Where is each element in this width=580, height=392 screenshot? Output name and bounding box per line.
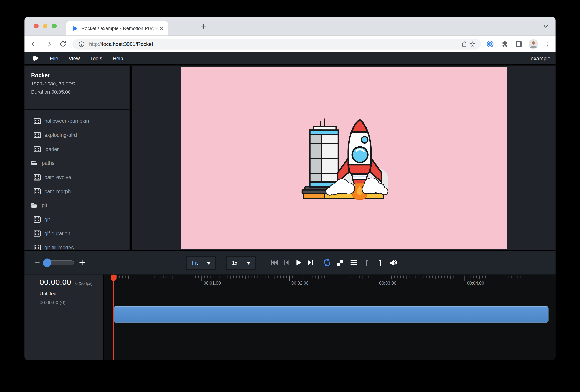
remotion-logo-icon[interactable]	[33, 55, 39, 61]
skip-to-start-button[interactable]	[270, 258, 279, 267]
composition-item-path-evolve[interactable]: path-evolve	[24, 170, 130, 184]
folder-open-icon	[30, 201, 38, 209]
timeline-rows-icon[interactable]	[349, 258, 358, 267]
in-point-bracket-icon[interactable]: [	[362, 258, 372, 267]
ruler-frame-tick	[514, 276, 515, 278]
composition-item-halloween-pumpkin[interactable]: halloween-pumpkin	[24, 114, 130, 128]
extensions-puzzle-icon[interactable]	[500, 39, 509, 49]
menu-item-tools[interactable]: Tools	[85, 55, 107, 61]
loop-toggle-icon[interactable]	[322, 258, 331, 267]
composition-item-gif[interactable]: gif	[24, 212, 130, 227]
composition-item-gif-duration[interactable]: gif-duration	[24, 227, 130, 241]
zoom-out-icon[interactable]	[34, 260, 40, 265]
ruler-frame-tick	[216, 276, 216, 279]
playhead-pin[interactable]	[110, 274, 117, 282]
ruler-frame-tick	[198, 276, 199, 278]
composition-item-exploding-bird[interactable]: exploding-bird	[24, 128, 130, 142]
ruler-frame-tick	[140, 276, 140, 278]
browser-window: Rocket / example - Remotion Preview	[24, 17, 556, 361]
ruler-frame-tick	[157, 276, 158, 279]
url-text[interactable]: http://localhost:3001/Rocket	[89, 41, 460, 47]
preview-canvas[interactable]	[181, 67, 507, 249]
sidebar-preview-divider	[130, 66, 132, 250]
ruler-second-label: 00:04.00	[467, 280, 484, 286]
next-frame-button[interactable]	[306, 258, 315, 267]
ruler-frame-tick	[146, 276, 146, 278]
timeline-zoom-slider[interactable]	[45, 260, 74, 265]
tab-search-chevron-icon[interactable]	[541, 21, 550, 31]
side-panel-extension-icon[interactable]	[514, 39, 524, 49]
playhead-line[interactable]	[113, 274, 114, 360]
ruler-frame-tick	[269, 276, 269, 278]
film-icon	[33, 244, 41, 250]
menu-item-file[interactable]: File	[45, 55, 64, 61]
maximize-window-button[interactable]	[52, 24, 56, 28]
ruler-frame-tick	[228, 276, 228, 278]
sidebar-resize-handle[interactable]	[130, 66, 130, 250]
ruler-frame-tick	[488, 276, 488, 278]
ruler-frame-tick	[245, 276, 246, 279]
ruler-frame-tick	[125, 276, 126, 278]
folder-item-paths[interactable]: paths	[24, 156, 130, 170]
composition-resolution: 1920x1080, 30 FPS	[31, 81, 124, 87]
new-tab-button[interactable]	[198, 21, 209, 32]
playback-speed-select[interactable]: 1x	[226, 256, 256, 270]
folder-item-gif[interactable]: gif	[24, 198, 130, 212]
volume-icon[interactable]	[389, 258, 398, 267]
ruler-frame-tick	[160, 276, 161, 278]
ruler-frame-tick	[339, 276, 339, 278]
ruler-frame-tick	[368, 276, 369, 278]
profile-avatar[interactable]	[529, 39, 538, 49]
address-bar[interactable]: http://localhost:3001/Rocket	[72, 38, 481, 50]
item-label: paths	[42, 160, 54, 166]
bookmark-star-icon[interactable]	[468, 40, 476, 48]
composition-item-loader[interactable]: loader	[24, 142, 130, 156]
ruler-frame-tick	[544, 276, 544, 278]
ruler-frame-tick	[406, 276, 407, 279]
zoom-slider-thumb[interactable]	[43, 259, 51, 267]
ruler-frame-tick	[471, 276, 471, 278]
ruler-frame-tick	[213, 276, 213, 278]
ruler-frame-tick	[371, 276, 371, 278]
timeline-ruler[interactable]: 00:01.0000:02.0000:03.0000:04.00	[104, 274, 555, 286]
browser-menu-kebab-icon[interactable]	[543, 39, 553, 49]
previous-frame-button[interactable]	[282, 258, 291, 267]
forward-button[interactable]	[44, 40, 52, 48]
item-label: exploding-bird	[44, 132, 77, 138]
ruler-frame-tick	[503, 276, 503, 278]
remotion-menubar: FileViewToolsHelp example	[24, 52, 556, 65]
reload-button[interactable]	[59, 40, 67, 48]
ruler-frame-tick	[175, 276, 175, 278]
ruler-frame-tick	[309, 276, 310, 278]
composition-item-path-morph[interactable]: path-morph	[24, 184, 130, 198]
ruler-frame-tick	[292, 276, 292, 278]
transparency-checkerboard-icon[interactable]	[335, 258, 345, 267]
play-button[interactable]	[294, 258, 303, 267]
sequence-track-bar[interactable]	[114, 306, 549, 323]
menu-item-view[interactable]: View	[64, 55, 85, 61]
out-point-bracket-icon[interactable]: ]	[376, 258, 385, 267]
film-icon	[33, 131, 41, 139]
url-scheme: http://	[89, 41, 102, 47]
site-info-icon[interactable]	[77, 40, 85, 48]
canvas-size-value: Fit	[192, 260, 198, 266]
password-manager-extension-icon[interactable]	[485, 39, 495, 49]
back-button[interactable]	[30, 40, 38, 48]
ruler-second-label: 00:01.00	[204, 280, 221, 286]
browser-tab[interactable]: Rocket / example - Remotion Preview	[66, 21, 168, 35]
timeline-tracks-area[interactable]: 00:01.0000:02.0000:03.0000:04.00	[104, 274, 555, 360]
ruler-frame-tick	[318, 276, 319, 279]
zoom-in-icon[interactable]	[79, 260, 85, 265]
project-label: example	[531, 55, 550, 61]
share-icon[interactable]	[460, 40, 468, 48]
film-icon	[33, 230, 41, 237]
canvas-size-select[interactable]: Fit	[186, 256, 216, 270]
close-window-button[interactable]	[34, 24, 38, 28]
composition-info: Rocket 1920x1080, 30 FPS Duration 00:05.…	[24, 66, 130, 95]
ruler-frame-tick	[506, 276, 506, 278]
tab-close-icon[interactable]	[158, 25, 165, 31]
composition-item-gif-fill-modes[interactable]: gif-fill-modes	[24, 240, 130, 250]
minimize-window-button[interactable]	[43, 24, 47, 28]
ruler-frame-tick	[532, 276, 532, 278]
menu-item-help[interactable]: Help	[108, 55, 129, 61]
